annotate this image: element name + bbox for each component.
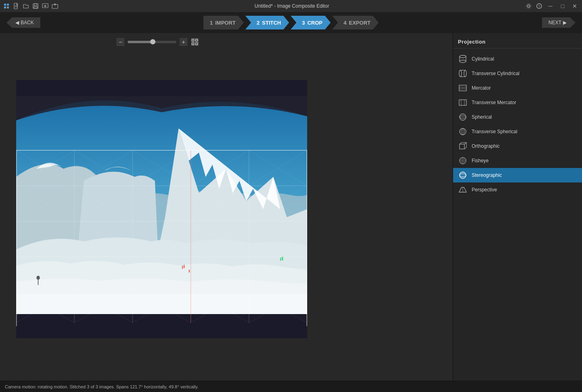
projection-header: Projection — [453, 37, 582, 48]
open-file-icon[interactable] — [23, 3, 29, 9]
back-button[interactable]: ◀ BACK — [6, 17, 40, 28]
save-icon[interactable] — [32, 3, 39, 9]
status-text: Camera motion: rotating motion. Stitched… — [5, 384, 198, 389]
window-title: Untitled* - Image Composite Editor — [255, 3, 329, 9]
projection-stereographic[interactable]: Stereographic — [453, 168, 582, 182]
canvas-area[interactable]: − + — [0, 33, 453, 381]
svg-rect-18 — [192, 39, 194, 41]
svg-point-118 — [460, 174, 466, 176]
panorama-wrapper — [16, 80, 307, 338]
svg-point-113 — [460, 157, 466, 164]
app-icon — [3, 3, 10, 9]
svg-rect-98 — [459, 85, 466, 91]
projection-orthographic[interactable]: Orthographic — [453, 139, 582, 153]
settings-icon[interactable] — [525, 3, 532, 9]
svg-point-115 — [462, 160, 464, 161]
nav-steps: 1 IMPORT 2 STITCH 3 CROP 4 EXPORT — [203, 16, 378, 29]
svg-rect-8 — [34, 4, 37, 6]
close-button[interactable]: ✕ — [571, 2, 579, 10]
projection-fisheye[interactable]: Fisheye — [453, 153, 582, 168]
svg-point-117 — [460, 173, 466, 177]
svg-rect-101 — [459, 100, 466, 105]
zoom-slider[interactable] — [128, 41, 176, 43]
perspective-icon — [458, 185, 468, 195]
navbar: ◀ BACK 1 IMPORT 2 STITCH 3 CROP 4 EXPORT… — [0, 12, 582, 33]
back-arrow-icon: ◀ — [15, 20, 19, 25]
right-panel: Projection Cylindrical Transverse Cylind… — [453, 33, 582, 381]
statusbar: Camera motion: rotating motion. Stitched… — [0, 381, 582, 392]
new-file-icon[interactable] — [13, 3, 19, 9]
projection-transverse-mercator[interactable]: Transverse Mercator — [453, 95, 582, 110]
svg-rect-0 — [4, 4, 6, 6]
fisheye-icon — [458, 156, 468, 166]
mercator-icon — [458, 83, 468, 93]
svg-point-116 — [460, 172, 466, 178]
svg-rect-21 — [196, 43, 198, 45]
projection-cylindrical[interactable]: Cylindrical — [453, 52, 582, 66]
transverse-spherical-icon — [458, 127, 468, 136]
fit-button[interactable] — [191, 38, 199, 46]
svg-point-15 — [526, 4, 531, 8]
next-arrow-icon: ▶ — [563, 20, 567, 25]
svg-point-114 — [461, 159, 465, 163]
projection-transverse-cylindrical[interactable]: Transverse Cylindrical — [453, 66, 582, 81]
svg-point-95 — [464, 70, 466, 77]
step-stitch[interactable]: 2 STITCH — [245, 16, 289, 29]
svg-rect-1 — [7, 4, 9, 6]
projection-mercator[interactable]: Mercator — [453, 81, 582, 95]
transverse-mercator-icon — [458, 98, 468, 107]
svg-point-14 — [527, 5, 530, 7]
svg-point-94 — [459, 70, 462, 77]
svg-rect-110 — [460, 144, 464, 149]
restore-button[interactable]: □ — [559, 2, 567, 10]
svg-rect-3 — [7, 6, 9, 8]
projection-spherical[interactable]: Spherical — [453, 110, 582, 124]
minimize-button[interactable]: ─ — [546, 2, 555, 10]
cylindrical-icon — [458, 54, 468, 64]
zoom-out-button[interactable]: − — [116, 38, 124, 46]
spherical-icon — [458, 112, 468, 122]
main-area: − + — [0, 33, 582, 381]
svg-rect-19 — [196, 39, 198, 41]
import-icon[interactable] — [42, 3, 48, 9]
svg-rect-4 — [14, 3, 17, 9]
transverse-cylindrical-icon — [458, 69, 468, 78]
svg-rect-30 — [17, 150, 307, 326]
svg-rect-9 — [34, 6, 37, 8]
zoom-in-button[interactable]: + — [179, 38, 188, 46]
svg-line-119 — [459, 187, 462, 192]
svg-rect-20 — [192, 43, 194, 45]
next-button[interactable]: NEXT ▶ — [542, 17, 576, 28]
projection-panel: Projection Cylindrical Transverse Cylind… — [453, 33, 582, 381]
stereographic-icon — [458, 170, 468, 180]
svg-text:?: ? — [538, 4, 540, 8]
step-crop[interactable]: 3 CROP — [291, 16, 331, 29]
help-icon[interactable]: ? — [536, 3, 542, 9]
panel-divider — [453, 48, 582, 48]
titlebar-right: ? ─ □ ✕ — [525, 2, 579, 10]
panorama-container — [16, 53, 307, 365]
step-export[interactable]: 4 EXPORT — [332, 16, 379, 29]
svg-rect-2 — [4, 6, 6, 8]
projection-transverse-spherical[interactable]: Transverse Spherical — [453, 124, 582, 139]
export-icon[interactable] — [52, 3, 58, 9]
projection-perspective[interactable]: Perspective — [453, 182, 582, 197]
svg-point-91 — [460, 60, 466, 63]
titlebar: Untitled* - Image Composite Editor ? ─ □… — [0, 0, 582, 12]
crop-grid — [16, 96, 307, 326]
orthographic-icon — [458, 141, 468, 151]
step-import[interactable]: 1 IMPORT — [203, 16, 244, 29]
svg-point-90 — [460, 55, 466, 58]
zoom-bar: − + — [0, 38, 315, 46]
titlebar-left — [3, 3, 58, 9]
